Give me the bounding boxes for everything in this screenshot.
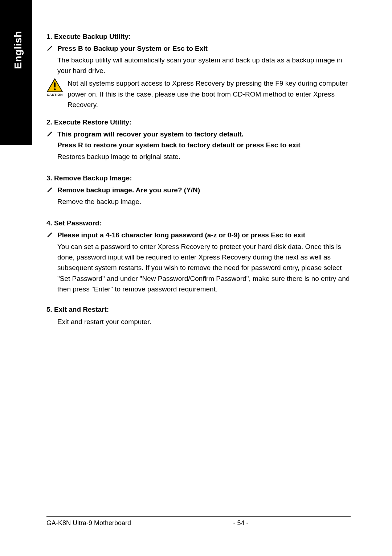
caution-block: CAUTION Not all systems support access t… <box>46 78 351 110</box>
section-4-body: You can set a password to enter Xpress R… <box>57 241 351 295</box>
section-2-subheading-1: This program will recover your system to… <box>57 129 244 140</box>
section-2-heading: 2. Execute Restore Utility: <box>46 118 351 126</box>
footer-page-number: - 54 - <box>131 519 351 527</box>
pencil-icon <box>46 45 53 52</box>
section-2-bullet: This program will recover your system to… <box>46 129 351 140</box>
section-1-subheading: Press B to Backup your System or Esc to … <box>57 44 208 54</box>
footer-product-name: GA-K8N Ultra-9 Motherboard <box>46 519 131 527</box>
section-2-subheading-2: Press R to restore your system back to f… <box>57 140 351 151</box>
section-5-body: Exit and restart your computer. <box>57 316 351 327</box>
section-1-body: The backup utility will automatically sc… <box>57 55 351 76</box>
section-4-heading: 4. Set Password: <box>46 219 351 227</box>
page-footer: GA-K8N Ultra-9 Motherboard - 54 - <box>46 516 351 527</box>
language-label: English <box>12 31 24 69</box>
section-1-bullet: Press B to Backup your System or Esc to … <box>46 44 351 54</box>
pencil-icon <box>46 232 53 238</box>
section-3-body: Remove the backup image. <box>57 196 351 207</box>
caution-text: Not all systems support access to Xpress… <box>68 78 351 110</box>
section-3-heading: 3. Remove Backup Image: <box>46 174 351 182</box>
section-5-heading: 5. Exit and Restart: <box>46 306 351 314</box>
pencil-icon <box>46 131 53 137</box>
svg-point-1 <box>54 89 56 90</box>
language-tab-bar: English <box>0 0 32 145</box>
caution-icon: CAUTION <box>46 78 63 97</box>
pencil-icon <box>46 187 53 193</box>
page-content: 1. Execute Backup Utility: Press B to Ba… <box>46 33 351 327</box>
section-1-heading: 1. Execute Backup Utility: <box>46 33 351 41</box>
section-2-body: Restores backup image to original state. <box>57 151 351 162</box>
section-4-bullet: Please input a 4-16 character long passw… <box>46 230 351 241</box>
section-4-subheading: Please input a 4-16 character long passw… <box>57 230 305 241</box>
footer-divider <box>46 516 351 517</box>
caution-label: CAUTION <box>46 93 63 97</box>
svg-rect-0 <box>54 82 56 87</box>
section-3-bullet: Remove backup image. Are you sure? (Y/N) <box>46 185 351 196</box>
section-3-subheading: Remove backup image. Are you sure? (Y/N) <box>57 185 200 196</box>
